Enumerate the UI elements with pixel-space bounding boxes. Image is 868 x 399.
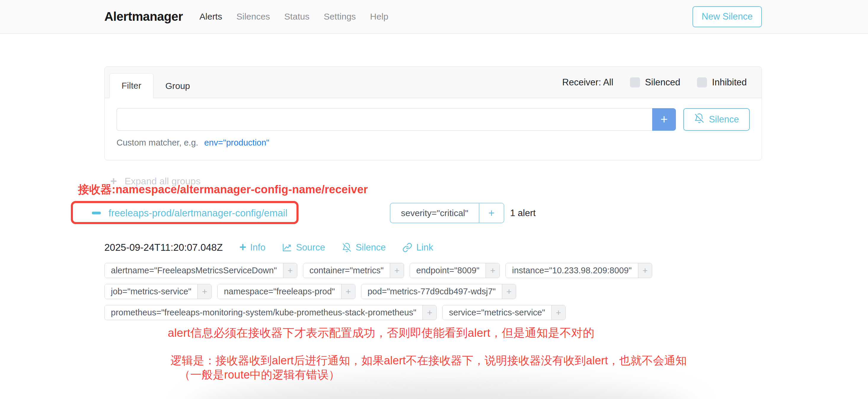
label-text[interactable]: prometheus="freeleaps-monitoring-system/… (105, 305, 423, 320)
label-add-filter-button[interactable]: + (486, 263, 499, 278)
matcher-input-group: + Silence (117, 108, 750, 131)
tab-filter[interactable]: Filter (110, 73, 154, 98)
alert-labels: alertname="FreeleapsMetricsServiceDown" … (104, 263, 652, 320)
matcher-input[interactable] (117, 108, 652, 131)
silenced-checkbox[interactable] (630, 78, 640, 87)
app-brand[interactable]: Alertmanager (104, 9, 183, 24)
alert-source-label: Source (296, 242, 325, 253)
alert-permalink[interactable]: Link (402, 242, 433, 253)
alert-group-row: freeleaps-prod/alertmanager-config/email… (92, 203, 536, 223)
alert-info-link[interactable]: + Info (239, 242, 265, 253)
inhibited-checkbox-label: Inhibited (712, 77, 747, 88)
collapse-group-link[interactable]: freeleaps-prod/alertmanager-config/email (92, 203, 287, 223)
annotation-receiver-note: 接收器:namespace/altermanager-config-name/r… (78, 182, 368, 197)
filter-card-body: + Silence Custom matcher, e (105, 98, 762, 148)
label-add-filter-button[interactable]: + (638, 263, 652, 278)
label-endpoint: endpoint="8009" + (410, 263, 500, 278)
silence-filter-button[interactable]: Silence (683, 108, 750, 131)
top-navbar: Alertmanager Alerts Silences Status Sett… (0, 0, 868, 34)
label-text[interactable]: instance="10.233.98.209:8009" (506, 263, 638, 278)
inhibited-checkbox-wrap[interactable]: Inhibited (697, 77, 747, 88)
filter-card-header: Filter Group Receiver: All Silenced Inhi… (105, 67, 762, 98)
add-matcher-button[interactable]: + (652, 108, 676, 131)
chart-icon (282, 243, 292, 252)
label-text[interactable]: namespace="freeleaps-prod" (218, 284, 341, 299)
label-text[interactable]: job="metrics-service" (105, 284, 197, 299)
group-matcher-label: severity="critical" (391, 203, 478, 223)
nav-item-silences[interactable]: Silences (236, 11, 270, 22)
label-text[interactable]: container="metrics" (303, 263, 390, 278)
matcher-hint-text: Custom matcher, e.g. (117, 138, 198, 147)
label-job: job="metrics-service" + (104, 284, 212, 299)
annotation-line-1: alert信息必须在接收器下才表示配置成功，否则即使能看到alert，但是通知是… (168, 325, 594, 341)
label-add-filter-button[interactable]: + (423, 305, 436, 320)
label-text[interactable]: alertname="FreeleapsMetricsServiceDown" (105, 263, 283, 278)
nav-item-status[interactable]: Status (284, 11, 309, 22)
bell-slash-icon (694, 113, 705, 126)
new-silence-button[interactable]: New Silence (692, 6, 762, 27)
label-add-filter-button[interactable]: + (197, 284, 211, 299)
silence-filter-button-label: Silence (709, 114, 739, 125)
alert-count: 1 alert (510, 208, 536, 218)
label-container: container="metrics" + (303, 263, 404, 278)
filter-tabs: Filter Group (110, 73, 202, 98)
label-add-filter-button[interactable]: + (390, 263, 404, 278)
alert-source-link[interactable]: Source (282, 242, 325, 253)
plus-icon: + (239, 241, 246, 253)
main-nav: Alerts Silences Status Settings Help (199, 11, 389, 22)
label-service: service="metrics-service" + (442, 305, 565, 320)
label-alertname: alertname="FreeleapsMetricsServiceDown" … (104, 263, 297, 278)
annotation-line-3: （一般是route中的逻辑有错误） (179, 367, 340, 382)
label-prometheus: prometheus="freeleaps-monitoring-system/… (104, 305, 437, 320)
matcher-hint-example-link[interactable]: env="production" (204, 138, 270, 147)
nav-item-alerts[interactable]: Alerts (199, 11, 222, 22)
link-icon (402, 243, 412, 252)
group-receiver-label: freeleaps-prod/alertmanager-config/email (108, 208, 287, 219)
label-namespace: namespace="freeleaps-prod" + (217, 284, 355, 299)
bell-slash-icon (342, 243, 352, 252)
inhibited-checkbox[interactable] (697, 78, 707, 87)
tab-group[interactable]: Group (154, 74, 202, 98)
label-add-filter-button[interactable]: + (551, 305, 565, 320)
alert-permalink-label: Link (416, 242, 433, 253)
label-pod: pod="metrics-77d9cdb497-wdsj7" + (361, 284, 516, 299)
label-add-filter-button[interactable]: + (283, 263, 297, 278)
filter-options: Receiver: All Silenced Inhibited (562, 77, 747, 88)
group-matcher-chip: severity="critical" + (390, 203, 504, 223)
label-add-filter-button[interactable]: + (502, 284, 516, 299)
silenced-checkbox-label: Silenced (645, 77, 680, 88)
filter-card: Filter Group Receiver: All Silenced Inhi… (104, 66, 762, 160)
label-add-filter-button[interactable]: + (341, 284, 355, 299)
alert-info-label: Info (250, 242, 266, 253)
bottom-shadow-artifact (190, 382, 694, 399)
silenced-checkbox-wrap[interactable]: Silenced (630, 77, 680, 88)
alertmanager-page: Alertmanager Alerts Silences Status Sett… (0, 0, 868, 399)
label-text[interactable]: pod="metrics-77d9cdb497-wdsj7" (361, 284, 502, 299)
alert-silence-label: Silence (356, 242, 386, 253)
label-text[interactable]: service="metrics-service" (443, 305, 551, 320)
receiver-filter-dropdown[interactable]: Receiver: All (562, 77, 613, 88)
nav-item-help[interactable]: Help (370, 11, 389, 22)
label-instance: instance="10.233.98.209:8009" + (505, 263, 652, 278)
annotation-line-2: 逻辑是：接收器收到alert后进行通知，如果alert不在接收器下，说明接收器没… (170, 353, 687, 368)
alert-row-header: 2025-09-24T11:20:07.048Z + Info Source (104, 242, 433, 253)
alert-silence-link[interactable]: Silence (342, 242, 386, 253)
labels-row-1: alertname="FreeleapsMetricsServiceDown" … (104, 263, 652, 278)
matcher-hint: Custom matcher, e.g. env="production" (117, 138, 750, 148)
minus-icon (92, 212, 101, 214)
label-text[interactable]: endpoint="8009" (410, 263, 486, 278)
labels-row-3: prometheus="freeleaps-monitoring-system/… (104, 305, 652, 320)
labels-row-2: job="metrics-service" + namespace="freel… (104, 284, 652, 299)
group-matcher-add-button[interactable]: + (479, 203, 504, 223)
alert-timestamp: 2025-09-24T11:20:07.048Z (104, 242, 223, 253)
nav-item-settings[interactable]: Settings (324, 11, 356, 22)
